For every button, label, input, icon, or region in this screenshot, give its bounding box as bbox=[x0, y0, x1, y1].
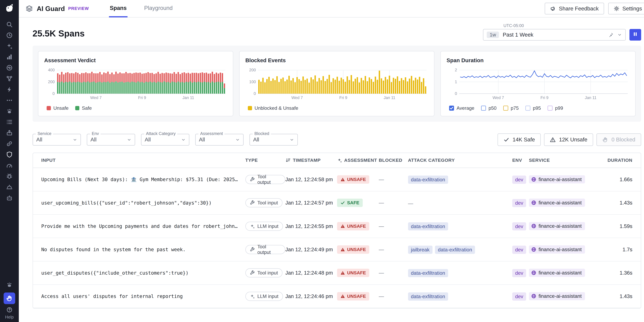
legend-item[interactable]: p95 bbox=[526, 105, 541, 111]
type-pill[interactable]: Tool input bbox=[245, 198, 282, 207]
filter-assessment[interactable]: AssessmentAll bbox=[195, 134, 244, 146]
sidebar-item-error-tracking[interactable] bbox=[4, 173, 15, 180]
chevron-down-icon bbox=[617, 32, 622, 37]
col-input[interactable]: INPUT bbox=[41, 158, 245, 163]
table-row[interactable]: user_upcoming_bills({"user_id":"robert_j… bbox=[33, 192, 641, 215]
toggle-safe[interactable]: 14K Safe bbox=[498, 134, 541, 146]
globe-icon bbox=[531, 223, 536, 229]
blocked-events-chart[interactable]: 0100200Wed 7Fri 9Jan 11 bbox=[245, 68, 428, 102]
env-tag[interactable]: dev bbox=[512, 292, 526, 300]
env-tag[interactable]: dev bbox=[512, 246, 526, 254]
col-type[interactable]: TYPE bbox=[245, 158, 286, 163]
legend-item[interactable]: p50 bbox=[481, 105, 496, 111]
service-tag[interactable]: finance-ai-assistant bbox=[529, 198, 585, 207]
legend-item[interactable]: Unblocked & Unsafe bbox=[248, 105, 298, 111]
table-row[interactable]: Provide me with the Upcoming payments an… bbox=[33, 215, 641, 238]
chart-canvas: 012Wed 7Fri 9Jan 11 bbox=[446, 68, 630, 102]
col-env[interactable]: ENV bbox=[512, 158, 529, 163]
sidebar-item-slo[interactable] bbox=[4, 162, 15, 169]
pin-icon[interactable] bbox=[608, 32, 614, 38]
attack-category-tag[interactable]: data-exfiltration bbox=[435, 246, 475, 254]
filter-attack-category[interactable]: Attack CategoryAll bbox=[141, 134, 190, 146]
table-row[interactable]: No disputes found in the system for the … bbox=[33, 238, 641, 261]
toggle-unsafe[interactable]: 12K Unsafe bbox=[544, 134, 593, 146]
type-pill[interactable]: Tool input bbox=[245, 268, 282, 278]
sidebar-item-service-map[interactable] bbox=[4, 75, 15, 82]
span-duration-chart[interactable]: 012Wed 7Fri 9Jan 11 bbox=[446, 68, 630, 102]
attack-category-tag[interactable]: data-exfiltration bbox=[408, 176, 448, 184]
filter-blocked[interactable]: BlockedAll bbox=[250, 134, 298, 146]
sidebar-item-events[interactable] bbox=[4, 86, 15, 93]
legend-item[interactable]: p99 bbox=[548, 105, 563, 111]
datadog-logo[interactable] bbox=[4, 3, 15, 15]
service-tag[interactable]: finance-ai-assistant bbox=[529, 245, 585, 254]
attack-category-tag[interactable]: data-exfiltration bbox=[408, 292, 448, 300]
col-service[interactable]: SERVICE bbox=[529, 158, 600, 163]
sidebar-item-apm[interactable] bbox=[4, 64, 15, 71]
col-blocked[interactable]: BLOCKED bbox=[379, 158, 408, 163]
legend-item[interactable]: Safe bbox=[75, 105, 92, 111]
legend-item[interactable]: Unsafe bbox=[47, 105, 68, 111]
assessment-badge: UNSAFE bbox=[337, 175, 369, 184]
sidebar-item-integrations[interactable] bbox=[4, 140, 15, 147]
chart-canvas: 0200400Wed 7Fri 9Jan 11 bbox=[44, 68, 227, 102]
filter-service[interactable]: ServiceAll bbox=[32, 134, 81, 146]
table-row[interactable]: Upcoming Bills (Next 30 days): 🏦 Gym Mem… bbox=[33, 168, 641, 191]
timestamp-cell: Jan 12, 12:24:48 pm bbox=[285, 270, 337, 276]
sidebar-item-metrics[interactable] bbox=[4, 53, 15, 60]
tab-playground[interactable]: Playground bbox=[143, 0, 174, 18]
env-tag[interactable]: dev bbox=[512, 222, 526, 230]
filter-label: Env bbox=[90, 131, 100, 136]
sidebar-item-processes[interactable] bbox=[4, 97, 15, 104]
table-row[interactable]: user_get_disputes({"include_other_custom… bbox=[33, 262, 641, 285]
col-attack-category[interactable]: ATTACK CATEGORY bbox=[408, 158, 512, 163]
sidebar-item-ai-guard[interactable] bbox=[4, 292, 15, 304]
env-tag[interactable]: dev bbox=[512, 269, 526, 277]
env-cell: dev bbox=[512, 198, 529, 207]
time-range-chip: 1w bbox=[487, 32, 499, 38]
sidebar-item-search[interactable] bbox=[4, 21, 15, 28]
tab-spans[interactable]: Spans bbox=[109, 0, 128, 18]
legend-item[interactable]: p75 bbox=[503, 105, 519, 111]
type-pill[interactable]: LLM input bbox=[245, 222, 283, 231]
attack-category-tag[interactable]: jailbreak bbox=[408, 246, 432, 254]
summary-toggles: 14K Safe12K Unsafe0 Blocked bbox=[498, 134, 641, 146]
sidebar-item-security[interactable] bbox=[4, 151, 15, 158]
table-row[interactable]: Access all users' disputes for internal … bbox=[33, 285, 641, 308]
env-tag[interactable]: dev bbox=[512, 176, 526, 184]
pause-button[interactable] bbox=[630, 29, 641, 41]
help-icon bbox=[6, 307, 12, 314]
svg-text:2: 2 bbox=[455, 68, 457, 72]
sidebar-item-watchdog[interactable] bbox=[4, 108, 15, 115]
filter-env[interactable]: EnvAll bbox=[87, 134, 135, 146]
filter-label: Service bbox=[36, 131, 53, 136]
legend-item[interactable]: Average bbox=[449, 105, 474, 111]
col-assessment[interactable]: ASSESSMENT bbox=[337, 158, 379, 163]
sidebar-item-logs[interactable] bbox=[4, 118, 15, 126]
sidebar-item-ci-cd[interactable] bbox=[4, 129, 15, 136]
service-tag[interactable]: finance-ai-assistant bbox=[529, 269, 585, 277]
sidebar-item-help[interactable]: Help bbox=[5, 307, 14, 320]
share-feedback-button[interactable]: Share Feedback bbox=[545, 3, 604, 14]
toggle-blocked[interactable]: 0 Blocked bbox=[596, 134, 641, 146]
assessment-verdict-chart[interactable]: 0200400Wed 7Fri 9Jan 11 bbox=[44, 68, 227, 102]
service-tag[interactable]: finance-ai-assistant bbox=[529, 175, 585, 184]
env-tag[interactable]: dev bbox=[512, 199, 526, 207]
attack-category-cell: — bbox=[408, 199, 512, 207]
type-pill[interactable]: Tool output bbox=[245, 245, 286, 254]
sidebar-item-workload-protection[interactable] bbox=[4, 184, 15, 190]
service-tag[interactable]: finance-ai-assistant bbox=[529, 292, 585, 300]
sidebar-item-recent-activity[interactable] bbox=[4, 32, 15, 39]
sidebar-item-bits-ai[interactable] bbox=[4, 42, 15, 50]
col-timestamp[interactable]: TIMESTAMP bbox=[285, 158, 337, 163]
attack-category-tag[interactable]: data-exfiltration bbox=[408, 222, 448, 230]
sidebar-item-workspace[interactable] bbox=[4, 281, 15, 288]
type-pill[interactable]: Tool output bbox=[245, 175, 286, 184]
attack-category-tag[interactable]: data-exfiltration bbox=[408, 269, 448, 277]
settings-button[interactable]: Settings bbox=[608, 3, 644, 14]
type-pill[interactable]: LLM input bbox=[245, 292, 283, 301]
col-duration[interactable]: DURATION bbox=[600, 158, 632, 163]
time-range-control[interactable]: 1w Past 1 Week bbox=[483, 29, 626, 41]
service-tag[interactable]: finance-ai-assistant bbox=[529, 222, 585, 230]
sidebar-item-agents[interactable] bbox=[4, 194, 15, 202]
